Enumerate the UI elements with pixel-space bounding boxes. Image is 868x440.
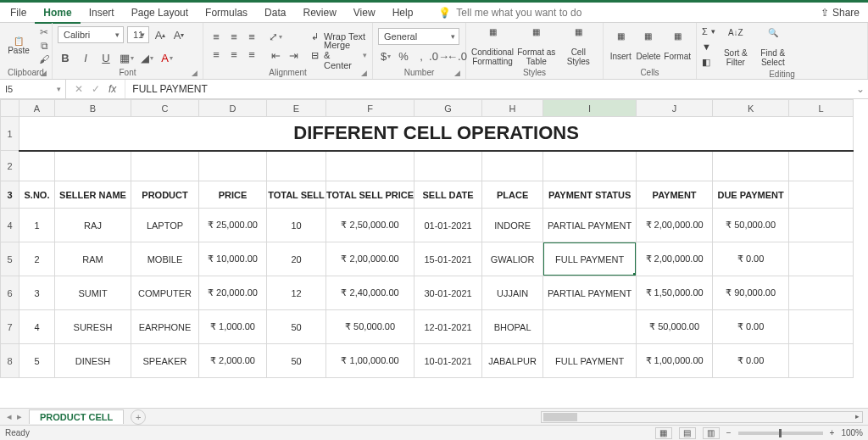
cell[interactable]: PARTIAL PAYMENT xyxy=(543,276,637,310)
cell[interactable]: ₹ 2,00,000.00 xyxy=(637,242,713,276)
cell[interactable] xyxy=(543,151,637,181)
cell[interactable]: ₹ 90,000.00 xyxy=(713,276,789,310)
sort-filter-button[interactable]: A↓ZSort & Filter xyxy=(719,27,753,67)
row-header[interactable]: 2 xyxy=(1,151,19,181)
cell[interactable] xyxy=(482,151,543,181)
cell[interactable]: SUMIT xyxy=(55,276,131,310)
cell[interactable]: 10 xyxy=(267,209,326,242)
column-header[interactable]: I xyxy=(543,100,637,117)
cell[interactable] xyxy=(789,209,854,242)
column-header[interactable]: K xyxy=(713,100,789,117)
menu-home[interactable]: Home xyxy=(35,3,80,24)
cell[interactable]: ₹ 2,000.00 xyxy=(199,344,267,378)
column-header[interactable]: H xyxy=(482,100,543,117)
menu-data[interactable]: Data xyxy=(256,3,294,22)
menu-page-layout[interactable]: Page Layout xyxy=(123,3,197,22)
title-cell[interactable]: DIFFERENT CELL OPERATIONS xyxy=(19,117,854,151)
menu-file[interactable]: File xyxy=(2,3,35,22)
row-header[interactable]: 5 xyxy=(1,242,19,276)
underline-button[interactable]: U xyxy=(98,50,114,65)
page-layout-view-button[interactable]: ▤ xyxy=(679,427,696,439)
cell[interactable]: ₹ 1,00,000.00 xyxy=(637,344,713,378)
cell[interactable]: 12-01-2021 xyxy=(415,310,482,344)
align-top-button[interactable]: ≡ xyxy=(209,30,224,45)
increase-indent-button[interactable]: ⇥ xyxy=(286,47,301,63)
header-cell[interactable]: SELL DATE xyxy=(415,181,482,209)
accounting-format-button[interactable]: $ xyxy=(378,48,393,64)
format-as-table-button[interactable]: ▦Format as Table xyxy=(517,26,555,66)
menu-help[interactable]: Help xyxy=(384,3,422,22)
border-button[interactable]: ▦ xyxy=(119,50,134,65)
cell[interactable] xyxy=(326,151,415,181)
column-header[interactable]: B xyxy=(55,100,131,117)
expand-formula-bar-button[interactable]: ⌄ xyxy=(853,83,868,95)
cell[interactable]: 01-01-2021 xyxy=(415,209,482,242)
cell[interactable]: ₹ 0.00 xyxy=(713,310,789,344)
dialog-launcher-icon[interactable]: ◢ xyxy=(192,69,198,77)
bold-button[interactable]: B xyxy=(58,50,73,65)
tab-nav-next-icon[interactable]: ▸ xyxy=(17,411,22,422)
delete-cells-button[interactable]: ▦Delete xyxy=(636,31,660,61)
cell[interactable]: 12 xyxy=(267,276,326,310)
cell[interactable] xyxy=(131,151,199,181)
cell[interactable]: ₹ 2,50,000.00 xyxy=(326,209,415,242)
header-cell[interactable]: PAYMENT STATUS xyxy=(543,181,637,209)
cell[interactable]: ₹ 2,00,000.00 xyxy=(637,209,713,242)
align-middle-button[interactable]: ≡ xyxy=(226,30,242,45)
cell[interactable]: INDORE xyxy=(482,209,543,242)
tell-me-search[interactable]: 💡 Tell me what you want to do xyxy=(438,7,581,19)
row-header[interactable]: 8 xyxy=(1,344,19,378)
paste-button[interactable]: 📋 Paste xyxy=(5,31,32,61)
conditional-formatting-button[interactable]: ▦Conditional Formatting xyxy=(471,26,514,66)
column-header[interactable]: F xyxy=(326,100,415,117)
horizontal-scrollbar[interactable]: ◂ ▸ xyxy=(541,411,863,423)
column-header[interactable]: G xyxy=(415,100,482,117)
comma-button[interactable]: , xyxy=(414,48,429,64)
cell[interactable]: 50 xyxy=(267,310,326,344)
fx-icon[interactable]: fx xyxy=(108,83,116,95)
formula-input[interactable]: FULL PAYMENT xyxy=(125,80,853,98)
find-select-button[interactable]: 🔍Find & Select xyxy=(756,27,790,67)
fill-color-button[interactable]: ◢ xyxy=(139,50,154,65)
cell[interactable] xyxy=(543,310,637,344)
autosum-button[interactable]: Σ▾ xyxy=(702,25,715,38)
enter-icon[interactable]: ✓ xyxy=(92,83,100,95)
cell[interactable]: RAM xyxy=(55,242,131,276)
align-left-button[interactable]: ≡ xyxy=(209,47,224,63)
cell[interactable]: ₹ 25,000.00 xyxy=(199,209,267,242)
add-sheet-button[interactable]: + xyxy=(131,409,146,425)
header-cell[interactable]: TOTAL SELL PRICE xyxy=(326,181,415,209)
decrease-decimal-button[interactable]: ←.0 xyxy=(449,48,465,64)
cell[interactable]: 4 xyxy=(19,310,55,344)
row-header[interactable]: 7 xyxy=(1,310,19,344)
menu-view[interactable]: View xyxy=(345,3,384,22)
italic-button[interactable]: I xyxy=(78,50,93,65)
cell[interactable]: GWALIOR xyxy=(482,242,543,276)
cell[interactable]: 10-01-2021 xyxy=(415,344,482,378)
cell[interactable]: MOBILE xyxy=(131,242,199,276)
cell[interactable]: ₹ 10,000.00 xyxy=(199,242,267,276)
cell[interactable] xyxy=(789,242,854,276)
decrease-indent-button[interactable]: ⇤ xyxy=(268,47,283,63)
cell[interactable] xyxy=(637,151,713,181)
name-box[interactable]: I5 xyxy=(0,80,66,98)
select-all-corner[interactable] xyxy=(1,100,19,117)
cell[interactable]: ₹ 50,000.00 xyxy=(713,209,789,242)
tab-nav-prev-icon[interactable]: ◂ xyxy=(7,411,12,422)
row-header[interactable]: 4 xyxy=(1,209,19,242)
cell[interactable]: ₹ 50,000.00 xyxy=(326,310,415,344)
cell[interactable]: 1 xyxy=(19,209,55,242)
page-break-view-button[interactable]: ▥ xyxy=(703,427,720,439)
scroll-thumb[interactable] xyxy=(543,413,577,421)
cell[interactable] xyxy=(267,151,326,181)
clear-button[interactable]: ◧ xyxy=(702,55,715,69)
cell[interactable] xyxy=(713,151,789,181)
header-cell[interactable]: PLACE xyxy=(482,181,543,209)
cell[interactable]: FULL PAYMENT xyxy=(543,344,637,378)
header-cell[interactable]: SELLER NAME xyxy=(55,181,131,209)
cell[interactable]: SPEAKER xyxy=(131,344,199,378)
cell[interactable]: LAPTOP xyxy=(131,209,199,242)
cell[interactable]: COMPUTER xyxy=(131,276,199,310)
header-cell[interactable]: S.NO. xyxy=(19,181,55,209)
cell[interactable]: ₹ 50,000.00 xyxy=(637,310,713,344)
